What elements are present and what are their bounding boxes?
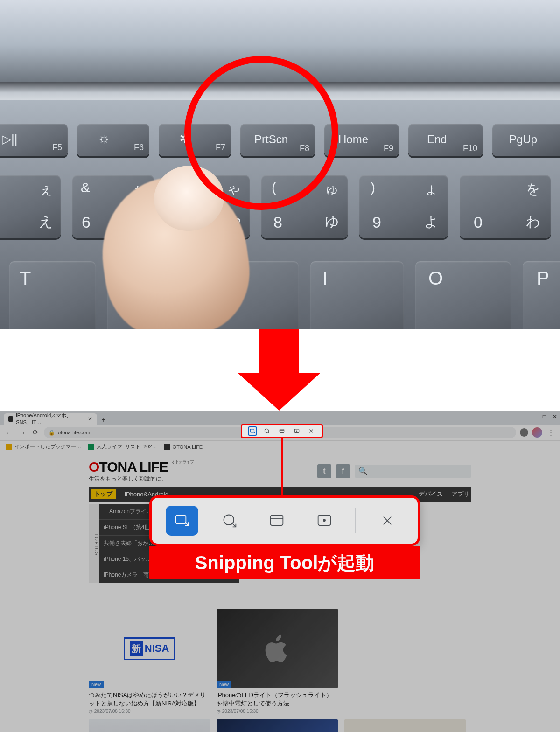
snipping-toolbar-callout: Snipping Toolが起動 [149,495,420,579]
nav-back-button[interactable]: ← [5,428,14,437]
article-title: iPhoneのLEDライト（フラッシュライト）を懐中電灯として使う方法 [217,691,338,708]
extension-icon[interactable] [520,428,528,437]
address-text: otona-life.com [58,430,90,435]
key-f6: ☼ F6 [77,124,149,156]
article-thumbnail [217,719,338,732]
bookmark-item[interactable]: OTONA LIFE [164,444,203,450]
article-card[interactable]: 「Amazonプライムデー」発売は… [89,719,210,732]
svg-point-1 [265,429,269,432]
article-thumbnail [89,719,210,732]
bookmark-item[interactable]: 大人ライフ_リスト_202… [88,443,157,450]
article-thumbnail [344,719,466,732]
twitter-icon[interactable]: t [317,464,331,478]
new-badge: New [89,681,104,688]
svg-rect-5 [176,515,186,523]
callout-connector [281,438,283,499]
new-badge: New [217,681,231,688]
facebook-icon[interactable]: f [336,464,350,478]
snip-close-button[interactable] [307,426,316,436]
site-tagline: 生活をもっと楽しく刺激的に。 [89,475,194,483]
article-thumbnail: 新NISA New [89,609,210,688]
key-5: ぇ 5 え [0,175,61,238]
window-minimize-button[interactable]: — [531,413,536,420]
key-i: I [310,261,404,329]
snip-freeform-button[interactable] [213,506,246,536]
snip-fullscreen-button[interactable] [308,506,341,536]
snipping-toolbar-small [241,424,323,438]
nav-forward-button[interactable]: → [18,428,27,437]
article-card[interactable]: NHK受信料支払い「6カ月前… [344,719,466,732]
article-thumbnail: New [217,609,338,688]
snip-fullscreen-button[interactable] [292,426,301,436]
folder-icon [6,444,12,450]
highlight-circle [184,56,338,210]
article-card[interactable]: 新NISA New つみたてNISAはやめたほうがいい？デメリットと損しない始め… [89,609,210,714]
nav-top[interactable]: トップ [91,489,116,499]
key-f5: ▷|| F5 [0,124,68,156]
key-end: End F10 [408,124,483,156]
site-search-input[interactable]: 🔍 [355,465,471,478]
arrow-down [0,329,560,411]
browser-window: iPhone/Androidスマホ、SNS、IT… ✕ + — □ ✕ ← → … [0,411,560,732]
article-card[interactable]: New iPhoneのLEDライト（フラッシュライト）を懐中電灯として使う方法 … [217,609,338,714]
search-icon: 🔍 [358,467,368,475]
key-pgup: PgUp [492,124,560,156]
callout-label: Snipping Toolが起動 [149,546,420,579]
nav-item[interactable]: デバイス [419,490,443,498]
window-maximize-button[interactable]: □ [543,413,546,420]
snip-rectangle-button[interactable] [248,426,257,436]
svg-rect-0 [250,429,254,432]
bookmarks-bar: インポートしたブックマー… 大人ライフ_リスト_202… OTONA LIFE [0,440,560,453]
page-content: OTONA LIFE オトナライフ 生活をもっと楽しく刺激的に。 t f 🔍 ト… [0,453,560,732]
apple-icon [261,632,294,665]
key-p: P [523,261,560,329]
snip-rectangle-button[interactable] [166,506,198,536]
separator [355,508,356,533]
svg-point-4 [296,431,297,431]
svg-rect-7 [271,515,283,525]
svg-point-9 [323,519,325,521]
sheets-icon [88,444,94,450]
browser-menu-button[interactable]: ⋮ [546,428,555,437]
site-icon [164,444,170,450]
bookmark-item[interactable]: インポートしたブックマー… [6,443,81,450]
article-meta: 2023/07/08 15:30 [217,709,338,714]
window-close-button[interactable]: ✕ [553,413,557,420]
new-tab-button[interactable]: + [99,415,108,425]
site-logo[interactable]: OTONA LIFE オトナライフ [89,459,194,475]
key-9: ) ょ 9 よ [359,175,448,238]
tab-title: iPhone/Androidスマホ、SNS、IT… [16,412,85,426]
lock-icon: 🔒 [49,430,55,436]
svg-rect-2 [280,429,284,433]
svg-point-6 [224,515,234,525]
snip-window-button[interactable] [277,426,287,436]
snip-close-button[interactable] [371,506,404,536]
site-header: OTONA LIFE オトナライフ 生活をもっと楽しく刺激的に。 t f 🔍 [89,453,471,487]
nav-item[interactable]: アプリ [451,490,469,498]
key-t: T [9,261,96,329]
tab-close-icon[interactable]: ✕ [88,416,92,422]
article-meta: 2023/07/08 16:30 [89,709,210,714]
tab-bar: iPhone/Androidスマホ、SNS、IT… ✕ + — □ ✕ [0,411,560,425]
browser-tab[interactable]: iPhone/Androidスマホ、SNS、IT… ✕ [4,413,97,425]
article-card[interactable]: iPhone SE（第4世代）発売は… [217,719,338,732]
snip-freeform-button[interactable] [262,426,272,436]
keyboard-photo: ▷|| F5 ☼ F6 ✲ F7 PrtScn F8 Home F9 End F… [0,0,560,329]
article-title: つみたてNISAはやめたほうがいい？デメリットと損しない始め方【新NISA対応版… [89,691,210,708]
key-0: を 0 わ [460,175,551,238]
favicon [8,416,13,422]
snip-window-button[interactable] [260,506,293,536]
topics-label: TOPICS [89,504,99,583]
key-o: O [415,261,511,329]
profile-avatar[interactable] [532,427,542,438]
nav-reload-button[interactable]: ⟳ [31,428,40,437]
